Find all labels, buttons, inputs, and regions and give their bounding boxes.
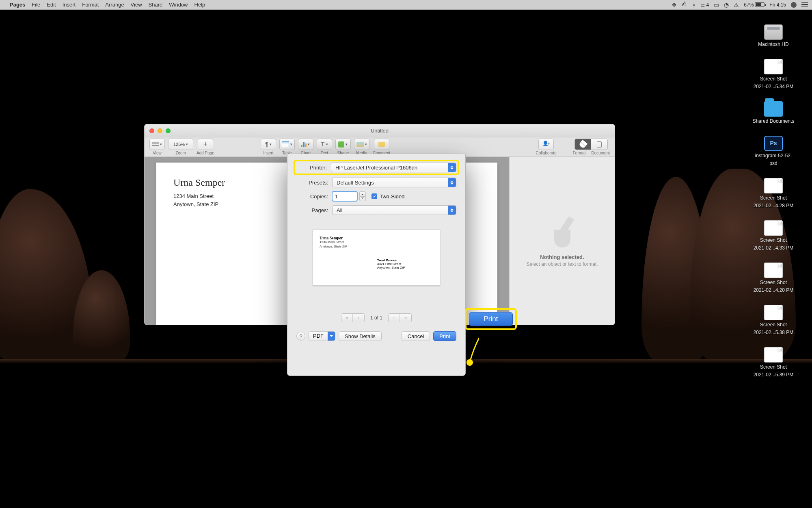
icon-label: Shared Documents: [753, 118, 795, 124]
active-app-name[interactable]: Pages: [10, 2, 25, 8]
desktop-icon-file[interactable]: Screen Shot 2021-02...5.39 PM: [743, 347, 804, 378]
notification-center-icon[interactable]: [801, 2, 808, 7]
toolbar-label: Add Page: [197, 151, 214, 155]
collaborate-button[interactable]: [538, 139, 554, 150]
photoshop-file-icon: Ps: [764, 136, 783, 151]
plus-icon: +: [203, 141, 208, 148]
pages-select[interactable]: All: [332, 205, 456, 215]
toolbar-label: Insert: [263, 151, 273, 155]
desktop-icon-file[interactable]: Screen Shot 2021-02...4.33 PM: [743, 220, 804, 251]
preview-to-name: Trent Preece: [377, 258, 405, 262]
icon-label: Screen Shot: [760, 280, 787, 286]
battery-status[interactable]: 67%: [744, 2, 764, 8]
presets-select[interactable]: Default Settings: [332, 178, 456, 187]
dropbox-icon[interactable]: ❖: [672, 2, 677, 8]
pages-label: Pages:: [296, 207, 328, 213]
collaborate-icon: [542, 141, 550, 147]
menu-clock[interactable]: Fri 4:15: [769, 2, 786, 8]
menu-edit[interactable]: Edit: [47, 2, 56, 8]
hard-drive-icon: [764, 24, 783, 40]
traffic-lights: [149, 128, 171, 133]
inspector-tabs: [574, 139, 608, 150]
two-sided-checkbox[interactable]: ✓: [371, 193, 377, 199]
desktop-icon-file[interactable]: Screen Shot 2021-02...4.28 PM: [743, 178, 804, 209]
file-icon: [764, 220, 783, 236]
pager-next[interactable]: ›: [389, 314, 400, 322]
comment-button[interactable]: [374, 139, 389, 150]
view-button[interactable]: ▾: [149, 139, 165, 150]
menu-share[interactable]: Share: [149, 2, 163, 8]
icon-label-2: 2021-02...4.28 PM: [754, 203, 794, 209]
menu-insert[interactable]: Insert: [63, 2, 76, 8]
shape-button[interactable]: ▾: [335, 139, 351, 150]
table-button[interactable]: ▾: [279, 139, 295, 150]
inspector-empty-title: Nothing selected.: [540, 254, 584, 260]
media-button[interactable]: ▾: [354, 139, 369, 150]
insert-button[interactable]: ¶▾: [261, 139, 276, 150]
preview-to-addr: 4321 First Street Anytown, State ZIP: [377, 262, 405, 269]
document-tab[interactable]: [591, 139, 607, 150]
clock-icon[interactable]: ◔: [724, 2, 729, 8]
printer-label: Printer:: [295, 165, 327, 171]
copies-input[interactable]: [332, 191, 357, 201]
preview-pager: « ‹ 1 of 1 › »: [296, 313, 456, 322]
pager-last[interactable]: »: [400, 314, 411, 322]
icon-label-2: 2021-02...4.20 PM: [754, 287, 794, 293]
display-icon[interactable]: ▭: [714, 2, 719, 8]
zoom-dropdown[interactable]: 125%▾: [168, 139, 193, 150]
minimize-window-button[interactable]: [158, 128, 162, 133]
brush-large-icon: [546, 215, 579, 250]
menu-format[interactable]: Format: [82, 2, 99, 8]
add-page-button[interactable]: +: [198, 139, 213, 150]
cancel-button[interactable]: Cancel: [402, 331, 430, 341]
show-details-button[interactable]: Show Details: [339, 331, 382, 341]
presets-label: Presets:: [296, 180, 328, 186]
paragraph-icon: ¶: [265, 141, 268, 148]
print-button[interactable]: Print: [433, 331, 456, 341]
desktop-icons-column: Macintosh HD Screen Shot 2021-02...5.34 …: [743, 24, 804, 378]
pdf-dropdown[interactable]: PDF: [309, 331, 335, 341]
icon-label-2: 2021-02...5.38 PM: [754, 330, 794, 336]
menu-window[interactable]: Window: [169, 2, 188, 8]
close-window-button[interactable]: [149, 128, 154, 133]
zoom-window-button[interactable]: [166, 128, 171, 133]
menu-view[interactable]: View: [131, 2, 142, 8]
toolbar-label: Document: [591, 151, 610, 155]
desktop-icon-folder[interactable]: Shared Documents: [743, 101, 804, 124]
notification-stack[interactable]: ≣4: [700, 2, 709, 8]
user-menu-icon[interactable]: [791, 2, 797, 8]
callout-endpoint-dot: [466, 359, 473, 366]
icon-label-2: 2021-02...5.39 PM: [754, 372, 794, 378]
help-button[interactable]: ?: [296, 332, 305, 341]
print-callout: Print: [465, 308, 517, 330]
menu-file[interactable]: File: [32, 2, 40, 8]
menu-arrange[interactable]: Arrange: [105, 2, 124, 8]
pager-first[interactable]: «: [341, 314, 353, 322]
text-button[interactable]: T▾: [317, 139, 332, 150]
pager-status: 1 of 1: [370, 315, 382, 321]
desktop-icon-file[interactable]: Screen Shot 2021-02...5.34 PM: [743, 59, 804, 90]
icon-label: Screen Shot: [760, 76, 787, 82]
icon-label-2: psd: [769, 161, 777, 167]
pager-prev[interactable]: ‹: [353, 314, 364, 322]
chart-button[interactable]: ▾: [298, 139, 313, 150]
printer-value: HP LaserJet Professional P1606dn: [335, 165, 417, 171]
sync-icon[interactable]: లి: [682, 2, 687, 8]
desktop-icon-file[interactable]: Screen Shot 2021-02...4.20 PM: [743, 263, 804, 293]
printer-select[interactable]: HP LaserJet Professional P1606dn: [331, 163, 456, 172]
chart-icon: [301, 141, 307, 147]
copies-stepper[interactable]: [359, 191, 366, 201]
desktop-icon-hd[interactable]: Macintosh HD: [743, 24, 804, 48]
desktop-icon-psd[interactable]: Ps instagram-52-52. psd: [743, 136, 804, 167]
wifi-icon[interactable]: ⚠︎: [734, 2, 739, 8]
bluetooth-icon[interactable]: ᚼ: [692, 2, 695, 8]
desktop-icon-file[interactable]: Screen Shot 2021-02...5.38 PM: [743, 305, 804, 336]
print-dialog: Printer: HP LaserJet Professional P1606d…: [287, 154, 466, 376]
icon-label: Screen Shot: [760, 364, 787, 370]
select-arrows-icon: [448, 178, 456, 187]
format-tab[interactable]: [575, 139, 591, 150]
preview-from-addr: 1234 Main Street Anytown, State ZIP: [320, 240, 433, 249]
copies-label: Copies:: [296, 193, 328, 200]
menu-help[interactable]: Help: [194, 2, 205, 8]
window-titlebar[interactable]: Untitled: [145, 124, 615, 137]
